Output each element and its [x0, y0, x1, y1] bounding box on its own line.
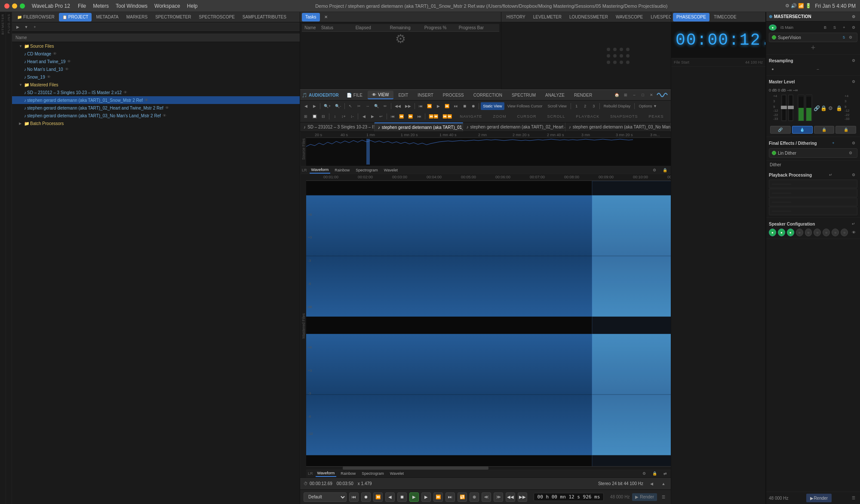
menu-workspace[interactable]: Workspace — [154, 3, 180, 9]
ms-solo-btn[interactable]: S — [831, 24, 838, 31]
masterlevel-config-btn[interactable]: ⚙ — [850, 78, 857, 86]
btn-pb-next[interactable]: ⏩ — [443, 102, 451, 110]
btn-fader-lock[interactable]: 🔒 — [814, 126, 835, 134]
wave-tab-spectrogram-source[interactable]: Spectrogram — [354, 167, 380, 174]
ms-power-btn[interactable]: ● — [769, 24, 777, 31]
btn-transport-config[interactable]: ☰ — [660, 493, 667, 501]
supervision-item[interactable]: SuperVision 5 ⚙ — [769, 33, 857, 42]
speaker-btn-8[interactable]: ○ — [832, 229, 839, 236]
tab-render[interactable]: RENDER — [570, 91, 596, 99]
tab-wavescope[interactable]: WAVESCOPE — [612, 13, 646, 21]
btn-pb-play[interactable]: ▶ — [434, 102, 442, 110]
btn-cursor-1[interactable]: ↖ — [347, 102, 354, 110]
speaker-config-btn[interactable]: ↵ — [850, 220, 857, 228]
btn-transport-stop[interactable]: ⏹ — [397, 492, 407, 502]
resampling-config-btn[interactable]: ⚙ — [850, 57, 857, 64]
tab-levelmeter[interactable]: LEVELMETER — [530, 13, 565, 21]
tree-item-nomans-mstr[interactable]: ♪ stephen gerard dietemann (aka TART)_03… — [12, 112, 300, 119]
status-expand-btn[interactable]: ◀ — [648, 480, 655, 488]
btn-transport-more-right[interactable]: ▶▶ — [518, 492, 527, 502]
btn-static-view[interactable]: Static View — [481, 102, 504, 110]
btn-t2[interactable]: 🔲 — [310, 113, 319, 120]
wave-lock-btn[interactable]: 🔒 — [661, 166, 669, 174]
btn-transport-post[interactable]: ≫ — [494, 492, 503, 502]
btn-rebuild[interactable]: Rebuild Display — [602, 102, 633, 110]
btn-backwards[interactable]: ◀ — [302, 102, 310, 110]
menu-help[interactable]: Help — [187, 3, 198, 9]
file-tab-3[interactable]: ♪ stephen gerard dietemann (aka TART)_03… — [565, 122, 671, 132]
close-button[interactable] — [4, 3, 9, 9]
btn-fader-link[interactable]: 🔗 — [770, 126, 791, 134]
tool-add[interactable]: + — [31, 24, 39, 31]
scrollbar-thumb[interactable] — [343, 467, 488, 470]
ms-add-btn[interactable]: + — [840, 24, 848, 31]
minimize-button[interactable] — [12, 3, 17, 9]
btn-transport-more-left[interactable]: ◀◀ — [506, 492, 515, 502]
resampling-dropdown[interactable]: – — [778, 65, 857, 73]
tab-view[interactable]: 👁VIEW — [368, 91, 393, 99]
tab-correction[interactable]: CORRECTION — [469, 91, 507, 99]
btn-fader-blue[interactable]: 💧 — [792, 126, 813, 134]
wave-tab-waveform-source[interactable]: Waveform — [310, 167, 331, 174]
speaker-btn-4[interactable]: ○ — [796, 229, 803, 236]
btn-transport-play-next[interactable]: ▶ — [421, 492, 431, 502]
btn-zoom-in[interactable]: 🔍+ — [322, 102, 332, 110]
btn-snap-2[interactable]: 2 — [581, 102, 589, 110]
btn-cursor-2[interactable]: ✂ — [355, 102, 363, 110]
effects-config-btn[interactable]: ⚙ — [850, 139, 857, 147]
menu-tool-windows[interactable]: Tool Windows — [116, 3, 147, 9]
supervision-power[interactable] — [772, 35, 776, 40]
btn-snap-1[interactable]: 1 — [573, 102, 580, 110]
wave-tab-spectrogram-mastered[interactable]: Spectrogram — [360, 470, 386, 477]
tasks-close[interactable]: ✕ — [321, 13, 331, 21]
btn-pb-stop[interactable]: ⏹ — [461, 102, 468, 110]
playback-add-btn[interactable]: ↵ — [827, 171, 835, 179]
btn-pb-prev[interactable]: ⏪ — [425, 102, 433, 110]
btn-snap-3[interactable]: 3 — [590, 102, 598, 110]
tree-item-heart-twine[interactable]: ♪ Heart and Twine_19 👁 — [12, 58, 300, 65]
tab-spectrometer[interactable]: SPECTROMETER — [152, 13, 194, 21]
editor-close-btn[interactable]: ✕ — [648, 91, 655, 99]
btn-options[interactable]: Options ▼ — [636, 102, 659, 110]
tree-item-batch[interactable]: ▶ 📁 Batch Processors — [12, 119, 300, 127]
tab-analyze[interactable]: ANALYZE — [541, 91, 569, 99]
btn-cursor-4[interactable]: 🔍 — [372, 102, 381, 110]
tree-item-mastered-files[interactable]: ▼ 📁 Mastered Files — [12, 81, 300, 89]
btn-forwards[interactable]: ▶ — [310, 102, 318, 110]
speaker-btn-1[interactable]: ● — [769, 229, 776, 236]
playback-config-btn[interactable]: ⚙ — [850, 171, 857, 179]
tab-metadata[interactable]: METADATA — [92, 13, 122, 21]
status-up-btn[interactable]: ▲ — [660, 480, 667, 488]
btn-pb-end[interactable]: ⏭ — [452, 102, 460, 110]
tab-spectrum[interactable]: SPECTRUM — [507, 91, 540, 99]
wave-lock-mastered-btn[interactable]: 🔒 — [651, 470, 659, 477]
tool-expand[interactable]: ▶ — [14, 24, 22, 31]
file-tab-0[interactable]: ♪ SD – 231012 – 3 Singles 10-23 – IS Mas… — [300, 122, 375, 132]
wave-tab-waveform-mastered[interactable]: Waveform — [316, 470, 337, 477]
wave-tab-wavelet-source[interactable]: Wavelet — [382, 167, 399, 174]
btn-transport-to-end[interactable]: ⏭ — [445, 492, 455, 502]
tab-tasks[interactable]: Tasks — [302, 13, 320, 21]
tab-markers[interactable]: MARKERS — [123, 13, 151, 21]
tree-item-sd-master[interactable]: ♪ SD – 231012 – 3 Singles 10-23 – IS Mas… — [12, 89, 300, 96]
tab-file[interactable]: 📄FILE — [342, 91, 367, 99]
tab-spectroscope[interactable]: SPECTROSCOPE — [196, 13, 238, 21]
btn-t3[interactable]: ⊟ — [319, 113, 327, 120]
speaker-btn-6[interactable]: ○ — [814, 229, 821, 236]
btn-transport-prev[interactable]: ⏪ — [373, 492, 383, 502]
editor-maximize-btn[interactable]: □ — [639, 91, 647, 99]
tab-project[interactable]: 📋PROJECT — [59, 13, 92, 21]
tab-edit[interactable]: EDIT — [394, 91, 413, 99]
btn-transport-play[interactable]: ▶ — [409, 492, 419, 502]
tree-item-no-mans-land[interactable]: ♪ No Man's Land_10 👁 — [12, 65, 300, 73]
editor-minimize-btn[interactable]: – — [630, 91, 638, 99]
ms-render-btn[interactable]: ▶ Render — [806, 494, 832, 502]
btn-zoom-out[interactable]: 🔍- — [333, 102, 343, 110]
speaker-visibility-btn[interactable]: 👁 — [850, 229, 857, 236]
speaker-btn-5[interactable]: ○ — [805, 229, 812, 236]
ms-add-plugin-btn[interactable]: + — [769, 43, 857, 52]
btn-cursor-3[interactable]: ↔ — [364, 102, 372, 110]
menu-file[interactable]: File — [78, 3, 86, 9]
ms-render-config-btn[interactable]: ☰ — [850, 494, 857, 502]
file-tab-2[interactable]: ♪ stephen gerard dietemann (aka TART)_02… — [463, 122, 565, 132]
